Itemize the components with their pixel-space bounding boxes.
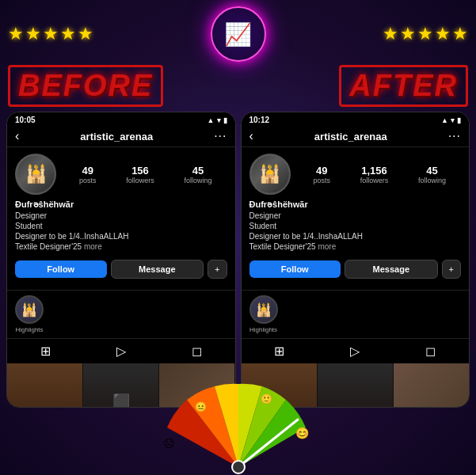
after-tab-bar: ⊞ ▷ ◻ xyxy=(242,338,470,363)
star-9: ★ xyxy=(435,24,451,44)
after-following-value: 45 xyxy=(418,165,446,177)
before-reel-tab[interactable]: ▷ xyxy=(116,344,126,359)
after-avatar: 🕌 xyxy=(249,154,291,195)
after-add-button[interactable]: + xyxy=(442,260,461,279)
center-icon-graphic: 📈 xyxy=(224,21,252,48)
after-bio-more[interactable]: more xyxy=(318,242,336,251)
after-photo-3 xyxy=(394,363,469,408)
before-bio-name: Ðufrəŝhëhwãr xyxy=(15,200,227,210)
before-following-label: following xyxy=(185,177,212,184)
center-icon-badge: 📈 xyxy=(211,6,266,62)
after-posts-stat: 49 posts xyxy=(313,165,330,184)
before-posts-value: 49 xyxy=(79,165,97,177)
battery-icon: ▮ xyxy=(223,116,227,124)
before-photo-2: ⬛ xyxy=(83,363,158,408)
before-photo-3 xyxy=(159,363,234,408)
after-wifi-icon: ▾ xyxy=(451,116,455,124)
after-bio-line1: Designer xyxy=(249,211,462,221)
after-bio-line2: Student xyxy=(249,221,462,231)
after-photo-grid xyxy=(242,363,470,408)
star-3: ★ xyxy=(43,24,59,44)
before-highlight-label: Highlights xyxy=(15,326,43,333)
after-bio-line4: Textile Designer'25 more xyxy=(249,241,462,252)
star-5: ★ xyxy=(78,24,93,44)
after-following-stat: 45 following xyxy=(418,165,446,184)
after-grid-tab[interactable]: ⊞ xyxy=(274,344,284,359)
before-following-stat: 45 following xyxy=(185,165,212,184)
before-phone: 10:05 ▲ ▾ ▮ ‹ artistic_arenaa ··· 🕌 49 xyxy=(6,112,236,408)
after-highlight-item[interactable]: 🕌 Highlights xyxy=(249,295,278,333)
before-add-button[interactable]: + xyxy=(208,260,227,279)
before-bio-line2: Student xyxy=(15,221,227,231)
before-action-buttons: Follow Message + xyxy=(15,260,227,279)
star-7: ★ xyxy=(400,24,416,44)
before-followers-label: followers xyxy=(126,177,154,184)
after-battery-icon: ▮ xyxy=(457,116,461,124)
after-status-bar: 10:12 ▲ ▾ ▮ xyxy=(242,112,470,126)
before-follow-button[interactable]: Follow xyxy=(15,260,107,278)
before-photo-1 xyxy=(7,363,82,408)
after-stats: 49 posts 1,156 followers 45 following xyxy=(299,165,462,184)
before-tab-bar: ⊞ ▷ ◻ xyxy=(7,338,235,363)
after-posts-value: 49 xyxy=(313,165,330,177)
after-posts-label: posts xyxy=(313,177,330,184)
after-followers-stat: 1,156 followers xyxy=(360,165,389,184)
after-followers-value: 1,156 xyxy=(360,165,389,177)
phones-row: 10:05 ▲ ▾ ▮ ‹ artistic_arenaa ··· 🕌 49 xyxy=(0,107,476,408)
before-followers-stat: 156 followers xyxy=(126,165,154,184)
after-highlight-circle: 🕌 xyxy=(249,295,278,324)
after-reel-tab[interactable]: ▷ xyxy=(350,344,360,359)
before-bio-line4: Textile Designer'25 more xyxy=(15,241,227,252)
after-username: artistic_arenaa xyxy=(314,131,387,142)
after-following-label: following xyxy=(418,177,446,184)
before-username: artistic_arenaa xyxy=(80,131,153,142)
before-status-icons: ▲ ▾ ▮ xyxy=(208,116,227,124)
before-message-button[interactable]: Message xyxy=(111,260,204,279)
signal-icon: ▲ xyxy=(208,116,215,124)
before-bio-line3: Designer to be 1/4..InshaALLAH xyxy=(15,231,227,241)
before-bio-more[interactable]: more xyxy=(84,242,102,251)
after-signal-icon: ▲ xyxy=(441,116,448,124)
before-photo-grid: ⬛ xyxy=(7,363,235,408)
after-status-icons: ▲ ▾ ▮ xyxy=(441,116,461,124)
before-highlight-circle: 🕌 xyxy=(15,295,44,324)
before-posts-stat: 49 posts xyxy=(79,165,97,184)
after-highlight-label: Highlights xyxy=(249,326,277,333)
after-back-button[interactable]: ‹ xyxy=(249,129,253,143)
before-ig-header: ‹ artistic_arenaa ··· xyxy=(7,126,235,147)
after-tag-tab[interactable]: ◻ xyxy=(425,344,436,359)
after-message-button[interactable]: Message xyxy=(345,260,438,279)
after-follow-button[interactable]: Follow xyxy=(249,260,341,278)
star-6: ★ xyxy=(383,24,398,44)
star-1: ★ xyxy=(8,24,24,44)
before-highlights-row: 🕌 Highlights xyxy=(7,290,235,338)
before-bio-line1: Designer xyxy=(15,211,227,221)
before-followers-value: 156 xyxy=(126,165,154,177)
before-bio: Ðufrəŝhëhwãr Designer Student Designer t… xyxy=(15,200,227,255)
after-more-button[interactable]: ··· xyxy=(448,129,461,143)
stars-left: ★ ★ ★ ★ ★ xyxy=(8,24,93,44)
after-label: AFTER xyxy=(339,65,468,107)
before-grid-tab[interactable]: ⊞ xyxy=(40,344,51,359)
wifi-icon: ▾ xyxy=(217,116,221,124)
before-highlight-item[interactable]: 🕌 Highlights xyxy=(15,295,44,333)
before-more-button[interactable]: ··· xyxy=(214,129,227,143)
after-photo-1 xyxy=(242,363,317,408)
after-phone: 10:12 ▲ ▾ ▮ ‹ artistic_arenaa ··· 🕌 49 xyxy=(241,112,470,408)
labels-row: BEFORE AFTER xyxy=(0,65,476,107)
after-bio: Ðufrəŝhëhwãr Designer Student Designer t… xyxy=(249,200,462,255)
after-photo-2 xyxy=(318,363,393,408)
stars-row: ★ ★ ★ ★ ★ 📈 ★ ★ ★ ★ ★ xyxy=(0,0,476,65)
after-highlights-row: 🕌 Highlights xyxy=(242,290,470,338)
after-followers-label: followers xyxy=(360,177,389,184)
star-2: ★ xyxy=(25,24,41,44)
before-back-button[interactable]: ‹ xyxy=(15,129,19,143)
after-action-buttons: Follow Message + xyxy=(249,260,462,279)
before-label: BEFORE xyxy=(8,65,163,107)
after-time: 10:12 xyxy=(249,116,270,124)
before-posts-label: posts xyxy=(79,177,97,184)
before-following-value: 45 xyxy=(185,165,212,177)
before-profile-section: 🕌 49 posts 156 followers 45 following xyxy=(7,147,235,290)
after-profile-section: 🕌 49 posts 1,156 followers 45 following xyxy=(242,147,470,290)
before-tag-tab[interactable]: ◻ xyxy=(192,344,202,359)
